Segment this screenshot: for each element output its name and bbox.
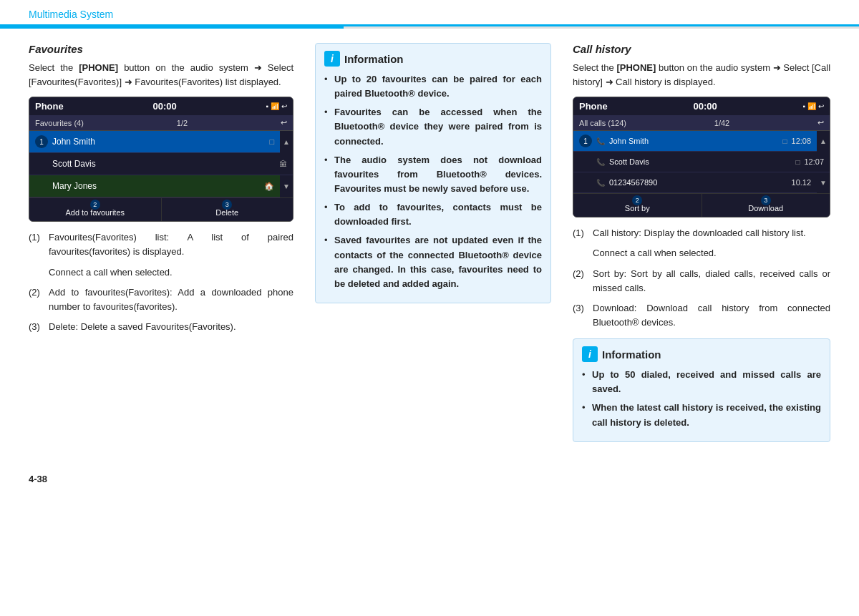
up-arrow-ch[interactable]: ▲ [820,137,827,147]
fav-row-3-wrapper: Mary Jones 🏠 ▼ [29,175,293,197]
contact-num-3 [35,180,48,192]
info-title-2: Information [602,348,661,361]
info-bullet-1-3: The audio system does not download favou… [324,153,542,196]
subheader-back-ch[interactable]: ↩ [817,118,824,127]
info-bullet-2-2: When the latest call history is received… [582,401,821,429]
call-scroll-up[interactable]: ▲ [817,131,830,152]
favourites-section: Favourites Select the [PHONE] button on … [29,43,293,452]
call-row-1-wrapper: 1 📞 John Smith □ 12:08 ▲ [573,131,830,152]
phone-header-time-ch: 00:00 [693,101,717,112]
battery-icon: ▪ [266,102,268,110]
fav-desc-sub-1: Connect a call when selected. [49,265,293,280]
download-btn[interactable]: 3 Download [702,194,830,217]
footer-num-2: 2 [90,200,100,210]
scroll-down[interactable]: ▼ [280,175,293,197]
call-num-2 [579,155,592,168]
signal-icon-ch: 📶 [807,102,816,110]
subheader-back-fav[interactable]: ↩ [281,118,287,127]
bold-1-4: To add to favourites, contacts must be d… [334,202,542,227]
fav-desc-num-1: (1) [29,230,49,259]
information-section: i Information Up to 20 favourites can be… [315,43,551,452]
fav-row-1-wrapper: 1 John Smith □ ▲ [29,131,293,153]
delete-btn[interactable]: 3 Delete [162,198,293,221]
ch-desc-num-3: (3) [573,301,593,330]
ch-desc-1: (1) Call history: Display the downloaded… [573,226,830,240]
call-name-2: Scott Davis [609,157,795,166]
page-number: 4-38 [0,466,859,492]
main-content: Favourites Select the [PHONE] button on … [0,29,859,466]
info-bullet-1-4: To add to favourites, contacts must be d… [324,200,542,229]
info-box-1: i Information Up to 20 favourites can be… [315,43,551,303]
call-name-3: 01234567890 [609,178,792,187]
call-item-1[interactable]: 1 📞 John Smith □ 12:08 [573,131,817,152]
bold-1-2: Favourites can be accessed when the Blue… [334,107,542,146]
ch-desc-3: (3) Download: Download call history from… [573,301,830,330]
scroll-up[interactable]: ▲ [280,131,293,153]
fav-desc-1: (1) Favourites(Favorites) list: A list o… [29,230,293,259]
ch-desc-text-2: Sort by: Sort by all calls, dialed calls… [593,267,830,295]
contact-icon-3: 🏠 [264,182,274,191]
fav-desc-text-1: Favourites(Favorites) list: A list of pa… [49,230,293,259]
footer-num-ch-2: 2 [632,195,642,205]
down-arrow[interactable]: ▼ [283,182,290,192]
phone-header-label-ch: Phone [579,101,608,112]
call-dir-1: □ [783,137,787,145]
ch-desc-text-1: Call history: Display the downloaded cal… [593,226,830,240]
footer-num-3: 3 [222,200,232,210]
info-title-1: Information [344,53,404,65]
contact-num-1: 1 [35,135,48,148]
favourites-intro: Select the [PHONE] button on the audio s… [29,61,293,89]
phone-bold: [PHONE] [79,62,118,73]
call-time-1: 12:08 [792,137,812,145]
call-type-1: 📞 [596,137,605,145]
info-box-header-2: i Information [582,346,821,362]
back-icon-fav[interactable]: ↩ [281,102,287,110]
phone-status-icons-ch: ▪ 📶 ↩ [802,102,824,110]
favourites-title: Favourites [29,43,293,55]
back-icon-ch[interactable]: ↩ [818,102,824,110]
phone-status-icons-fav: ▪ 📶 ↩ [266,102,287,110]
ch-desc-num-2: (2) [573,267,593,295]
info-box-header-1: i Information [324,51,542,67]
info-box-2: i Information Up to 50 dialed, received … [573,338,830,442]
footer-num-ch-3: 3 [761,195,771,205]
signal-icon: 📶 [271,102,279,110]
favourites-desc: (1) Favourites(Favorites) list: A list o… [29,230,293,334]
call-history-intro: Select the [PHONE] button on the audio s… [573,61,830,89]
sort-by-btn[interactable]: 2 Sort by [573,194,702,217]
info-icon-2: i [582,346,598,362]
call-history-desc: (1) Call history: Display the downloaded… [573,226,830,330]
fav-desc-2: (2) Add to favourites(Favorites): Add a … [29,285,293,314]
subheader-page-fav: 1/2 [177,119,188,127]
phone-header-fav: Phone 00:00 ▪ 📶 ↩ [29,97,293,115]
fav-desc-3: (3) Delete: Delete a saved Favourites(Fa… [29,320,293,334]
info-bullet-1-5: Saved favourites are not updated even if… [324,233,542,291]
call-scroll-down[interactable]: ▼ [817,172,830,193]
up-arrow[interactable]: ▲ [283,137,290,147]
call-item-2[interactable]: 📞 Scott Davis □ 12:07 [573,152,830,172]
fav-item-2[interactable]: Scott Davis 🏛 [29,153,293,175]
call-type-3: 📞 [596,179,605,187]
call-history-title: Call history [573,43,830,55]
call-history-section: Call history Select the [PHONE] button o… [573,43,830,452]
call-item-3[interactable]: 📞 01234567890 10.12 [573,172,817,193]
subheader-label-fav: Favourites (4) [35,119,84,127]
ch-desc-2: (2) Sort by: Sort by all calls, dialed c… [573,267,830,295]
fav-item-1[interactable]: 1 John Smith □ [29,131,280,153]
call-time-2: 12:07 [804,157,824,166]
add-favourites-btn[interactable]: 2 Add to favourites [29,198,162,221]
header-title: Multimedia System [29,9,113,20]
fav-desc-num-3: (3) [29,320,49,334]
down-arrow-ch[interactable]: ▼ [820,178,827,188]
contact-icon-2: 🏛 [279,160,287,168]
fav-item-3[interactable]: Mary Jones 🏠 [29,175,280,197]
call-time-3: 10.12 [792,178,812,187]
bold-2-1: Up to 50 dialed, received and missed cal… [592,369,821,394]
page-header: Multimedia System [0,0,859,26]
phone-header-label-fav: Phone [35,101,64,112]
fav-desc-text-2: Add to favourites(Favorites): Add a down… [49,285,293,314]
contact-name-2: Scott Davis [52,159,96,169]
contact-name-1: John Smith [52,137,95,147]
info-bullet-1-1: Up to 20 favourites can be paired for ea… [324,72,542,101]
call-history-phone-ui: Phone 00:00 ▪ 📶 ↩ All calls (124) 1/42 ↩… [573,97,830,217]
